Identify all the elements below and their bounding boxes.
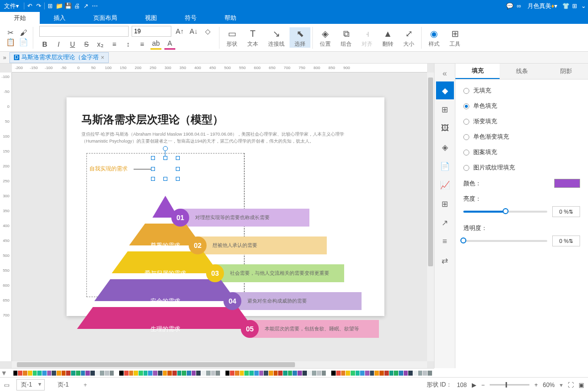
color-swatch[interactable] — [18, 371, 22, 376]
align-icon[interactable]: ≡ — [137, 39, 147, 50]
color-swatch[interactable] — [23, 371, 27, 376]
color-swatch[interactable] — [240, 371, 244, 376]
print-icon[interactable]: 🖨 — [73, 0, 81, 12]
line-spacing-icon[interactable]: ↕ — [123, 39, 134, 50]
collapse-panel-icon[interactable]: « — [442, 67, 447, 80]
color-swatch[interactable] — [8, 371, 13, 376]
color-swatch[interactable] — [206, 371, 211, 376]
color-swatch[interactable] — [302, 371, 307, 376]
color-swatch[interactable] — [312, 371, 316, 376]
color-swatch[interactable] — [254, 371, 259, 376]
zoom-out-icon[interactable]: − — [481, 382, 485, 389]
resize-handle[interactable] — [176, 156, 180, 160]
color-swatch[interactable] — [172, 371, 177, 376]
color-swatch[interactable] — [356, 371, 360, 376]
rp-tab-fill[interactable]: 填充 — [455, 64, 500, 79]
more-icon[interactable]: ⋯ — [90, 0, 99, 12]
color-swatch[interactable] — [360, 371, 365, 376]
color-swatch[interactable] — [192, 371, 196, 376]
color-swatch[interactable] — [62, 371, 66, 376]
color-swatch[interactable] — [418, 371, 423, 376]
color-swatch[interactable] — [293, 371, 297, 376]
group-tool[interactable]: ⧉组合 — [336, 27, 357, 48]
color-swatch[interactable] — [81, 371, 85, 376]
font-size-select[interactable] — [132, 26, 171, 37]
paste-icon[interactable]: 📄 — [19, 38, 28, 47]
shape-tool[interactable]: ▭形状 — [221, 27, 242, 48]
vertical-scrollbar[interactable] — [427, 73, 434, 361]
color-swatch[interactable] — [244, 371, 249, 376]
doc-tab[interactable]: D 马斯洛需求层次理论（金字塔 × — [9, 52, 109, 63]
color-swatch[interactable] — [129, 371, 134, 376]
copy-icon[interactable]: 📋 — [6, 38, 15, 47]
color-swatch[interactable] — [182, 371, 186, 376]
opacity-slider[interactable] — [463, 240, 547, 242]
color-swatch[interactable] — [52, 371, 56, 376]
add-page-icon[interactable]: + — [83, 382, 87, 389]
size-tool[interactable]: ⤢大小 — [398, 27, 419, 48]
fill-option[interactable]: 图案填充 — [463, 148, 580, 157]
color-swatch[interactable] — [297, 371, 302, 376]
shrink-font-icon[interactable]: A↓ — [188, 26, 199, 37]
open-icon[interactable]: 📁 — [55, 0, 64, 12]
color-swatch[interactable] — [370, 371, 374, 376]
export-icon[interactable]: ↗ — [81, 0, 90, 12]
color-swatch[interactable] — [235, 371, 239, 376]
color-swatch[interactable] — [114, 371, 119, 376]
palette-dropdown-icon[interactable]: ▾ — [2, 368, 6, 377]
color-swatch[interactable] — [177, 371, 182, 376]
color-swatch[interactable] — [187, 371, 191, 376]
apps-icon[interactable]: ⊞ — [570, 0, 579, 12]
dropdown-icon[interactable]: ⌄ — [579, 0, 588, 12]
color-swatch[interactable] — [139, 371, 143, 376]
color-swatch[interactable] — [259, 371, 264, 376]
align-tool[interactable]: ⫞对齐 — [357, 27, 377, 48]
resize-handle[interactable] — [176, 177, 180, 181]
resize-handle[interactable] — [151, 156, 155, 160]
select-tool[interactable]: ⬉选择 — [290, 27, 310, 48]
color-swatch[interactable] — [278, 371, 283, 376]
fill-option[interactable]: 渐变填充 — [463, 117, 580, 126]
color-swatch[interactable] — [76, 371, 80, 376]
fill-panel-icon[interactable]: ◆ — [436, 81, 454, 99]
list-panel-icon[interactable]: ≡ — [436, 233, 454, 250]
flip-tool[interactable]: ▲翻转 — [377, 27, 398, 48]
color-swatch[interactable] — [201, 371, 206, 376]
color-swatch[interactable] — [326, 371, 331, 376]
color-swatch[interactable] — [37, 371, 42, 376]
tab-start[interactable]: 开始 — [0, 12, 40, 24]
color-swatch[interactable] — [351, 371, 355, 376]
bullets-icon[interactable]: ≡ — [109, 39, 120, 50]
export-panel-icon[interactable]: ↗ — [436, 214, 454, 232]
color-swatch[interactable] — [158, 371, 162, 376]
color-swatch[interactable] — [66, 371, 71, 376]
color-swatch[interactable] — [90, 371, 95, 376]
color-swatch[interactable] — [71, 371, 75, 376]
color-swatch[interactable] — [124, 371, 129, 376]
tab-layout[interactable]: 页面布局 — [79, 12, 131, 24]
color-swatch[interactable] — [249, 371, 254, 376]
shuffle-panel-icon[interactable]: ⇄ — [436, 251, 454, 269]
color-swatch[interactable] — [336, 371, 341, 376]
strike-icon[interactable]: S — [81, 39, 92, 50]
page-select[interactable]: 页-1 — [16, 379, 45, 391]
subscript-icon[interactable]: x₂ — [95, 39, 106, 50]
color-swatch[interactable] — [85, 371, 90, 376]
color-swatch[interactable] — [554, 179, 580, 188]
color-swatch[interactable] — [28, 371, 32, 376]
rotate-handle[interactable] — [163, 146, 168, 151]
grow-font-icon[interactable]: A↑ — [174, 26, 185, 37]
color-swatch[interactable] — [346, 371, 350, 376]
color-swatch[interactable] — [220, 371, 225, 376]
color-swatch[interactable] — [423, 371, 427, 376]
color-swatch[interactable] — [42, 371, 47, 376]
color-swatch[interactable] — [148, 371, 152, 376]
color-swatch[interactable] — [167, 371, 172, 376]
color-swatch[interactable] — [119, 371, 124, 376]
theme-icon[interactable]: 👕 — [561, 0, 570, 12]
color-swatch[interactable] — [408, 371, 413, 376]
file-menu[interactable]: 文件 ▾ — [0, 0, 23, 12]
save-icon[interactable]: 💾 — [64, 0, 73, 12]
color-swatch[interactable] — [216, 371, 220, 376]
color-swatch[interactable] — [225, 371, 230, 376]
